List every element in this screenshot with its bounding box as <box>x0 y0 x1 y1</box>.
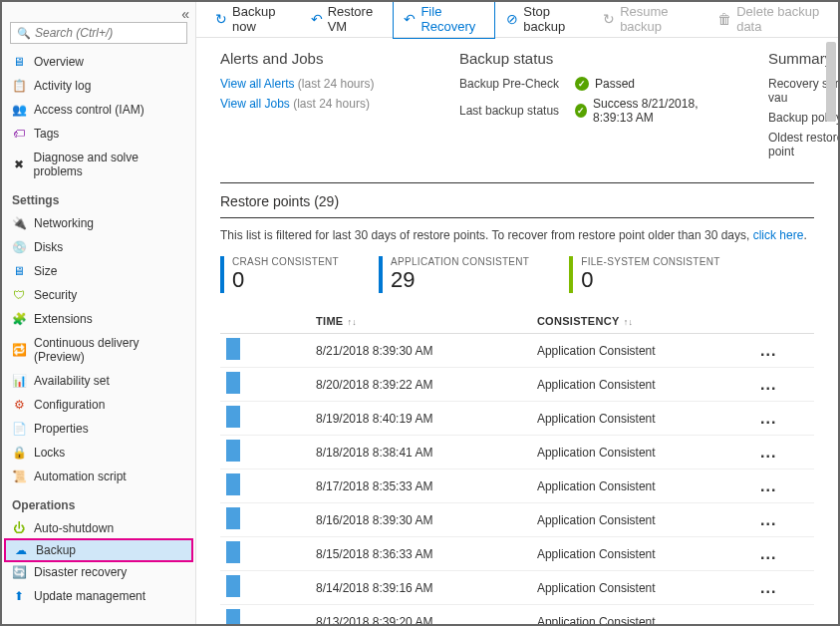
sidebar-item-update-management[interactable]: ⬆Update management <box>2 584 195 608</box>
sidebar-item-disks[interactable]: 💿Disks <box>2 235 195 259</box>
stat-crash-consistent: CRASH CONSISTENT0 <box>220 256 339 293</box>
sidebar: « 🔍 🖥Overview📋Activity log👥Access contro… <box>2 2 196 624</box>
row-time: 8/15/2018 8:36:33 AM <box>310 537 531 571</box>
col-consistency[interactable]: CONSISTENCY↑↓ <box>531 309 754 334</box>
sidebar-item-security[interactable]: 🛡Security <box>2 283 195 307</box>
toolbar-label: Stop backup <box>523 4 581 34</box>
row-badge-icon <box>226 473 240 495</box>
file-recovery-button[interactable]: ↶File Recovery <box>393 2 495 39</box>
delete-backup-data-button: 🗑Delete backup data <box>706 2 838 39</box>
sidebar-item-automation-script[interactable]: 📜Automation script <box>2 465 195 488</box>
row-consistency: Application Consistent <box>531 537 754 571</box>
sidebar-item-size[interactable]: 🖥Size <box>2 259 195 283</box>
table-row[interactable]: 8/19/2018 8:40:19 AMApplication Consiste… <box>220 402 814 436</box>
update-management-icon: ⬆ <box>12 589 26 603</box>
alert-line: View all Jobs (last 24 hours) <box>220 97 429 111</box>
sidebar-item-label: Tags <box>34 127 59 141</box>
sidebar-item-label: Access control (IAM) <box>34 103 144 117</box>
col-blank <box>754 309 814 334</box>
table-row[interactable]: 8/18/2018 8:38:41 AMApplication Consiste… <box>220 436 814 470</box>
row-time: 8/18/2018 8:38:41 AM <box>310 436 531 470</box>
sidebar-item-activity-log[interactable]: 📋Activity log <box>2 74 195 98</box>
alert-line: View all Alerts (last 24 hours) <box>220 77 429 91</box>
row-badge-icon <box>226 406 240 428</box>
row-consistency: Application Consistent <box>531 436 754 470</box>
stat-value: 0 <box>232 267 339 293</box>
configuration-icon: ⚙ <box>12 398 26 412</box>
sidebar-item-locks[interactable]: 🔒Locks <box>2 441 195 465</box>
row-more-button[interactable]: ... <box>760 613 776 625</box>
check-icon: ✓ <box>575 77 589 91</box>
table-row[interactable]: 8/17/2018 8:35:33 AMApplication Consiste… <box>220 470 814 503</box>
collapse-sidebar-icon[interactable]: « <box>181 6 189 22</box>
stop-backup-button[interactable]: ⊘Stop backup <box>495 2 592 39</box>
sidebar-item-access-control-iam-[interactable]: 👥Access control (IAM) <box>2 98 195 122</box>
restore-vm-button[interactable]: ↶Restore VM <box>300 2 394 39</box>
row-more-button[interactable]: ... <box>760 545 776 562</box>
table-row[interactable]: 8/14/2018 8:39:16 AMApplication Consiste… <box>220 571 814 605</box>
sidebar-item-extensions[interactable]: 🧩Extensions <box>2 307 195 331</box>
sidebar-item-diagnose-and-solve-problems[interactable]: ✖Diagnose and solve problems <box>2 146 195 183</box>
row-more-button[interactable]: ... <box>760 579 776 596</box>
alerts-link[interactable]: View all Alerts <box>220 77 294 91</box>
stat-label: APPLICATION CONSISTENT <box>391 256 529 267</box>
sidebar-item-backup[interactable]: ☁Backup <box>4 538 193 562</box>
table-row[interactable]: 8/20/2018 8:39:22 AMApplication Consiste… <box>220 368 814 402</box>
toolbar-label: File Recovery <box>420 4 484 34</box>
sidebar-item-properties[interactable]: 📄Properties <box>2 417 195 441</box>
alerts-link[interactable]: View all Jobs <box>220 97 290 111</box>
stats-row: CRASH CONSISTENT0APPLICATION CONSISTENT2… <box>220 256 814 293</box>
extensions-icon: 🧩 <box>12 312 26 326</box>
backup-icon: ☁ <box>14 543 28 557</box>
sidebar-item-label: Continuous delivery (Preview) <box>34 336 185 364</box>
sidebar-item-disaster-recovery[interactable]: 🔄Disaster recovery <box>2 560 195 584</box>
row-more-button[interactable]: ... <box>760 444 776 461</box>
sidebar-item-tags[interactable]: 🏷Tags <box>2 122 195 146</box>
table-row[interactable]: 8/13/2018 8:39:20 AMApplication Consiste… <box>220 605 814 625</box>
alerts-col: Alerts and Jobs View all Alerts (last 24… <box>220 50 429 164</box>
sidebar-item-configuration[interactable]: ⚙Configuration <box>2 393 195 417</box>
search-input-wrap[interactable]: 🔍 <box>10 22 187 44</box>
sidebar-item-label: Configuration <box>34 398 105 412</box>
locks-icon: 🔒 <box>12 446 26 460</box>
networking-icon: 🔌 <box>12 216 26 230</box>
sidebar-item-label: Activity log <box>34 79 91 93</box>
filter-note: This list is filtered for last 30 days o… <box>220 228 814 242</box>
sidebar-item-label: Extensions <box>34 312 93 326</box>
sidebar-item-availability-set[interactable]: 📊Availability set <box>2 369 195 393</box>
sidebar-item-auto-shutdown[interactable]: ⏻Auto-shutdown <box>2 516 195 540</box>
status-label: Backup Pre-Check <box>459 77 569 91</box>
sidebar-item-label: Properties <box>34 422 89 436</box>
activity-log-icon: 📋 <box>12 79 26 93</box>
table-row[interactable]: 8/15/2018 8:36:33 AMApplication Consiste… <box>220 537 814 571</box>
status-value: Success 8/21/2018, 8:39:13 AM <box>593 97 738 125</box>
toolbar-icon: ↻ <box>603 11 615 27</box>
row-more-button[interactable]: ... <box>760 376 776 393</box>
properties-icon: 📄 <box>12 422 26 436</box>
sidebar-item-label: Backup <box>36 543 76 557</box>
row-time: 8/16/2018 8:39:30 AM <box>310 503 531 537</box>
scrollbar-vertical[interactable] <box>826 42 836 122</box>
main-panel: ↻Backup now↶Restore VM↶File Recovery⊘Sto… <box>196 2 838 624</box>
row-more-button[interactable]: ... <box>760 342 776 359</box>
click-here-link[interactable]: click here <box>753 228 804 242</box>
sidebar-item-networking[interactable]: 🔌Networking <box>2 211 195 235</box>
size-icon: 🖥 <box>12 264 26 278</box>
row-more-button[interactable]: ... <box>760 410 776 427</box>
section-settings: Settings <box>2 183 195 211</box>
col-time[interactable]: TIME↑↓ <box>310 309 531 334</box>
table-row[interactable]: 8/16/2018 8:39:30 AMApplication Consiste… <box>220 503 814 537</box>
stat-file-system-consistent: FILE-SYSTEM CONSISTENT0 <box>569 256 719 293</box>
table-row[interactable]: 8/21/2018 8:39:30 AMApplication Consiste… <box>220 334 814 368</box>
sidebar-item-overview[interactable]: 🖥Overview <box>2 50 195 74</box>
sidebar-item-continuous-delivery-preview-[interactable]: 🔁Continuous delivery (Preview) <box>2 331 195 369</box>
toolbar-icon: ↻ <box>215 11 227 27</box>
backup-now-button[interactable]: ↻Backup now <box>204 2 300 39</box>
row-badge-icon <box>226 575 240 597</box>
sidebar-item-label: Disks <box>34 240 63 254</box>
row-more-button[interactable]: ... <box>760 511 776 528</box>
search-input[interactable] <box>35 26 185 40</box>
row-badge-icon <box>226 541 240 563</box>
toolbar-icon: ⊘ <box>506 11 518 27</box>
row-more-button[interactable]: ... <box>760 477 776 494</box>
